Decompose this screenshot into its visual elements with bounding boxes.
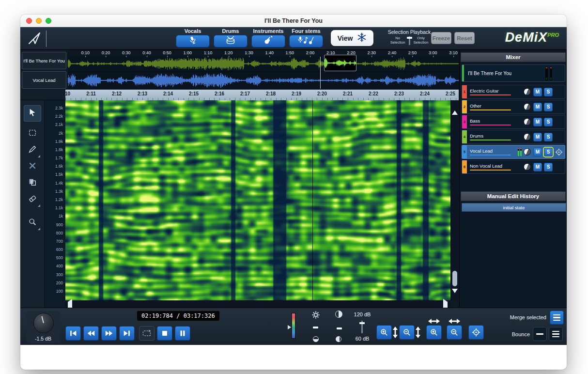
zoom-tool-button[interactable] <box>24 215 41 231</box>
ruler-tick-label: 1:10 <box>204 50 213 55</box>
color-map-marker[interactable] <box>288 323 291 331</box>
solo-button[interactable]: S <box>544 148 553 156</box>
zoom-in-vertical-button[interactable] <box>376 325 392 340</box>
mixer-track-row[interactable]: 3 Bass M S <box>462 115 565 129</box>
freeze-button[interactable]: Freeze <box>431 32 451 44</box>
merge-menu-button[interactable] <box>550 311 564 325</box>
brightness-icon[interactable] <box>313 336 319 342</box>
loop-button[interactable] <box>139 326 155 341</box>
stop-button[interactable] <box>157 326 172 341</box>
db-slider-thumb[interactable] <box>359 322 365 324</box>
pan-knob[interactable] <box>524 148 531 156</box>
frequency-label: 2.2k <box>55 114 63 119</box>
spectrogram-canvas[interactable] <box>65 100 450 300</box>
color-map-slider[interactable] <box>292 313 295 339</box>
zoom-out-icon <box>450 328 459 337</box>
solo-button[interactable]: S <box>544 118 553 126</box>
mixer-track-row[interactable]: 6 Non Vocal Lead M S <box>462 160 565 174</box>
extract-tool-button[interactable] <box>24 175 41 191</box>
mixer-track-row[interactable]: 1 Electric Guitar M S <box>462 85 565 99</box>
track-name-wrap: Other <box>467 103 518 110</box>
overview-time-ruler[interactable]: 0:100:200:300:400:501:001:101:201:301:40… <box>68 50 459 57</box>
frequency-label: 2.1k <box>55 122 63 127</box>
saturation-icon[interactable] <box>336 336 341 342</box>
four-stems-button[interactable] <box>289 35 323 47</box>
mute-button[interactable]: M <box>533 103 542 111</box>
title-bar: I'll Be There For You <box>20 15 567 27</box>
spectrogram-view[interactable] <box>65 100 450 300</box>
vertical-scrollbar[interactable] <box>450 100 459 300</box>
overview-playhead[interactable] <box>320 57 321 89</box>
demix-pro-logo: DeMiXPRO <box>505 30 559 45</box>
selection-playback-slider-thumb[interactable] <box>407 37 412 39</box>
selection-playback-slider[interactable] <box>409 36 410 45</box>
settings-gear-button[interactable] <box>312 311 320 321</box>
zoom-out-vertical-button[interactable] <box>399 325 415 340</box>
mixer-track-row[interactable]: 5 Vocal Lead M S <box>462 145 565 159</box>
scroll-up-button[interactable] <box>452 102 458 111</box>
pen-tool-button[interactable] <box>24 142 41 158</box>
solo-button[interactable]: S <box>544 88 553 96</box>
skip-to-start-button[interactable] <box>65 326 81 341</box>
zoom-to-selection-button[interactable] <box>468 325 484 340</box>
pan-knob[interactable] <box>524 103 531 110</box>
fast-forward-button[interactable] <box>101 326 117 341</box>
pan-knob[interactable] <box>524 133 531 140</box>
stem-label-drums: Drums <box>214 28 248 34</box>
tool-palette <box>20 100 45 308</box>
extract-tool-icon <box>28 178 37 188</box>
zoom-ruler-tick-label: 2:10 <box>65 91 70 96</box>
mute-button[interactable]: M <box>533 148 542 156</box>
gain-slider-thumb[interactable] <box>313 327 318 328</box>
mute-button[interactable]: M <box>533 133 542 141</box>
solo-button[interactable]: S <box>544 133 553 141</box>
db-range-min: 60 dB <box>350 336 375 342</box>
db-range-slider[interactable] <box>361 321 363 333</box>
solo-button[interactable]: S <box>544 163 553 171</box>
zoom-in-horizontal-button[interactable] <box>426 325 442 340</box>
instruments-stem-button[interactable] <box>251 35 285 47</box>
rewind-button[interactable] <box>83 326 99 341</box>
master-track[interactable]: I'll Be There For You <box>462 64 565 82</box>
contrast-slider-thumb[interactable] <box>337 327 342 329</box>
track-number-tab: 4 <box>462 130 467 143</box>
contrast-icon[interactable] <box>335 311 342 318</box>
eraser-tool-button[interactable] <box>24 191 41 208</box>
mute-button[interactable]: M <box>533 163 542 171</box>
scroll-down-button[interactable] <box>452 293 458 302</box>
frequency-label: 1.5k <box>55 172 63 177</box>
delete-tool-button[interactable] <box>24 158 41 175</box>
overview-track2-label: Vocal Lead <box>22 71 66 89</box>
overview-selection-box[interactable] <box>324 55 356 71</box>
volume-knob[interactable] <box>33 313 54 333</box>
mute-button[interactable]: M <box>533 88 542 96</box>
zoom-ruler-tick-label: 2:16 <box>215 91 224 96</box>
pan-knob[interactable] <box>524 88 531 95</box>
mixer-track-row[interactable]: 2 Other M S <box>462 100 565 114</box>
bounce-menu-button[interactable] <box>549 327 563 341</box>
overview-waveform-track1[interactable] <box>68 57 459 71</box>
cursor-tool-button[interactable] <box>24 105 41 122</box>
bounce-minus-button[interactable] <box>533 327 547 341</box>
view-button[interactable]: View <box>331 30 373 46</box>
marquee-tool-button[interactable] <box>24 125 41 142</box>
reset-button[interactable]: Reset <box>454 32 475 44</box>
solo-button[interactable]: S <box>544 103 553 111</box>
skip-to-end-button[interactable] <box>119 326 135 341</box>
pan-knob[interactable] <box>524 163 531 171</box>
solo-focus-button[interactable] <box>555 148 563 156</box>
drums-stem-button[interactable] <box>214 35 248 47</box>
mute-button[interactable]: M <box>533 118 542 126</box>
zoom-ruler-tick-label: 2:24 <box>420 91 430 96</box>
zoom-time-ruler[interactable]: 2:102:112:122:132:142:152:162:172:182:19… <box>65 90 459 100</box>
zoom-out-horizontal-button[interactable] <box>447 325 462 340</box>
vocals-stem-button[interactable] <box>176 35 210 47</box>
mixer-header: Mixer <box>461 52 566 62</box>
mixer-track-row[interactable]: 4 Drums M S <box>462 130 565 144</box>
horizontal-scrollbar[interactable] <box>65 300 450 308</box>
history-item[interactable]: initial state <box>462 203 566 212</box>
pause-button[interactable] <box>175 326 190 341</box>
pan-knob[interactable] <box>524 118 531 125</box>
overview-waveform-track2[interactable] <box>68 72 459 89</box>
vertical-scroll-thumb[interactable] <box>452 271 457 286</box>
